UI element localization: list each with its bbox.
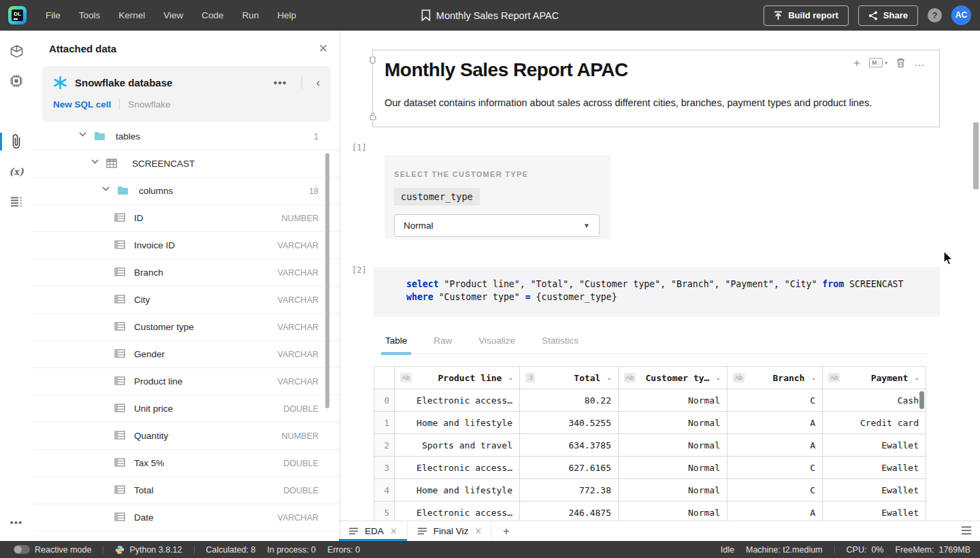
markdown-cell[interactable]: Monthly Sales Report APAC Our dataset co…	[372, 50, 940, 127]
menu-code[interactable]: Code	[201, 10, 223, 20]
table-cell[interactable]: Ewallet	[823, 457, 926, 479]
chevron-down-icon[interactable]	[79, 132, 86, 137]
cell-more-icon[interactable]: …	[914, 56, 926, 69]
panel-close-icon[interactable]: ✕	[318, 42, 328, 56]
table-cell[interactable]: 340.5255	[520, 412, 619, 434]
table-cell[interactable]: C	[728, 457, 823, 479]
chevron-down-icon[interactable]: ⌄	[811, 374, 816, 381]
datalore-logo[interactable]: DL	[8, 6, 27, 24]
outline-icon[interactable]	[0, 190, 33, 213]
column-item-unit-price[interactable]: Unit priceDOUBLE	[33, 395, 339, 423]
chevron-down-icon[interactable]	[91, 159, 99, 164]
column-header-product-line[interactable]: AbProduct line⌄	[395, 367, 520, 389]
tree-node-table[interactable]: SCREENCAST	[33, 150, 339, 178]
close-icon[interactable]: ✕	[474, 526, 482, 536]
column-item-id[interactable]: IDNUMBER	[33, 205, 339, 232]
column-item-gender[interactable]: GenderVARCHAR	[33, 341, 339, 368]
column-item-customer-type[interactable]: Customer typeVARCHAR	[33, 314, 339, 341]
chevron-down-icon[interactable]	[102, 186, 110, 191]
column-item-total[interactable]: TotalDOUBLE	[33, 477, 339, 504]
column-header-branch[interactable]: AbBranch⌄	[728, 367, 823, 389]
table-cell[interactable]: A	[728, 412, 823, 434]
column-header-customer-ty-[interactable]: AbCustomer ty…⌄	[619, 367, 728, 389]
table-cell[interactable]: Electronic access…	[395, 389, 520, 412]
table-scrollbar[interactable]	[919, 391, 924, 409]
column-item-invoice-id[interactable]: Invoice IDVARCHAR	[33, 232, 339, 259]
table-cell[interactable]: 634.3785	[520, 434, 619, 457]
table-cell[interactable]: Home and lifestyle	[395, 412, 520, 434]
notebook-scrollbar[interactable]	[973, 122, 979, 189]
reactive-mode-toggle[interactable]	[14, 545, 30, 554]
table-cell[interactable]: Cash	[823, 389, 926, 412]
chevron-down-icon[interactable]: ⌄	[606, 374, 612, 381]
environment-icon[interactable]	[0, 39, 33, 63]
column-item-quantity[interactable]: QuantityNUMBER	[33, 423, 339, 450]
output-tab-raw[interactable]: Raw	[429, 335, 456, 355]
sql-code-cell[interactable]: select "Product line", "Total", "Custome…	[374, 267, 940, 316]
worksheet-tab-eda[interactable]: EDA✕	[339, 521, 408, 541]
document-title-area[interactable]: Monthly Sales Report APAC	[421, 0, 559, 31]
output-tab-table[interactable]: Table	[381, 335, 411, 355]
column-item-date[interactable]: DateVARCHAR	[33, 504, 339, 531]
cell-type-selector[interactable]: M↓ ▾	[869, 58, 887, 67]
help-button[interactable]: ?	[928, 8, 942, 22]
menu-tools[interactable]: Tools	[79, 10, 101, 20]
chevron-down-icon[interactable]: ⌄	[715, 374, 721, 381]
table-cell[interactable]: Home and lifestyle	[395, 479, 520, 502]
variables-icon[interactable]: (x)	[0, 160, 33, 183]
table-cell[interactable]: Ewallet	[823, 479, 926, 502]
table-cell[interactable]: Sports and travel	[395, 434, 520, 457]
user-avatar[interactable]: AC	[951, 5, 971, 25]
cell-drag-handle-icon[interactable]	[368, 56, 377, 65]
table-cell[interactable]: 772.38	[520, 479, 619, 502]
table-cell[interactable]: Normal	[619, 389, 728, 412]
build-report-button[interactable]: Build report	[764, 5, 849, 26]
machine-type[interactable]: Machine: t2.medium	[746, 545, 823, 555]
chevron-down-icon[interactable]: ⌄	[508, 374, 513, 381]
new-sql-cell-link[interactable]: New SQL cell	[53, 99, 111, 110]
delete-cell-icon[interactable]	[896, 58, 905, 68]
table-cell[interactable]: Credit card	[823, 412, 926, 434]
column-item-product-line[interactable]: Product lineVARCHAR	[33, 368, 339, 395]
worksheet-tab-final-viz[interactable]: Final Viz✕	[408, 521, 492, 541]
customer-type-dropdown[interactable]: Normal ▼	[394, 214, 600, 237]
datasource-more-icon[interactable]: •••	[274, 77, 287, 89]
table-cell[interactable]: 627.6165	[520, 457, 619, 479]
sidebar-scrollbar[interactable]	[325, 153, 329, 408]
table-cell[interactable]: Normal	[619, 434, 728, 457]
reactive-mode-control[interactable]: Reactive mode	[14, 545, 91, 555]
output-tab-visualize[interactable]: Visualize	[474, 335, 519, 355]
python-version[interactable]: Python 3.8.12	[115, 545, 182, 555]
table-cell[interactable]: Normal	[619, 457, 728, 479]
close-icon[interactable]: ✕	[390, 526, 397, 536]
output-tab-statistics[interactable]: Statistics	[538, 335, 583, 355]
menu-run[interactable]: Run	[242, 10, 259, 20]
column-item-branch[interactable]: BranchVARCHAR	[33, 259, 339, 286]
menu-file[interactable]: File	[46, 10, 61, 20]
table-cell[interactable]: C	[728, 389, 823, 412]
menu-help[interactable]: Help	[277, 10, 296, 20]
cell-lock-icon[interactable]	[368, 112, 377, 121]
tree-node-columns[interactable]: columns 18	[33, 178, 339, 205]
chevron-down-icon[interactable]: ⌄	[914, 374, 919, 381]
kernel-chip-icon[interactable]	[0, 69, 33, 93]
tree-node-tables[interactable]: tables 1	[33, 123, 339, 150]
add-cell-icon[interactable]: +	[853, 58, 860, 68]
table-cell[interactable]: C	[728, 479, 823, 502]
table-cell[interactable]: Ewallet	[823, 434, 926, 457]
menu-kernel[interactable]: Kernel	[118, 10, 145, 20]
worksheet-list-icon[interactable]	[961, 526, 972, 535]
menu-view[interactable]: View	[163, 10, 183, 20]
table-cell[interactable]: Normal	[619, 479, 728, 502]
column-item-tax-5-[interactable]: Tax 5%DOUBLE	[33, 450, 339, 477]
table-cell[interactable]: Normal	[619, 412, 728, 434]
table-cell[interactable]: A	[728, 434, 823, 457]
share-button[interactable]: Share	[858, 5, 918, 26]
table-cell[interactable]: 80.22	[520, 389, 619, 412]
column-item-city[interactable]: CityVARCHAR	[33, 286, 339, 314]
rail-more-icon[interactable]: •••	[0, 510, 33, 534]
add-worksheet-button[interactable]: +	[492, 521, 521, 541]
table-cell[interactable]: Electronic access…	[395, 457, 520, 479]
column-header-payment[interactable]: AbPayment⌄	[823, 367, 926, 389]
datasource-collapse-icon[interactable]: ‹	[316, 77, 320, 89]
